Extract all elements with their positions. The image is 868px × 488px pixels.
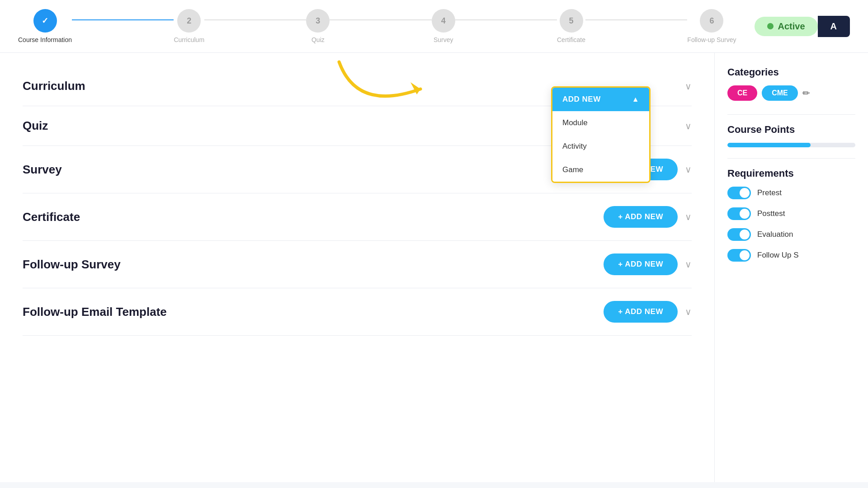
dropdown-open-label: ADD NEW	[562, 95, 601, 104]
curriculum-actions: ADD NEW ▲ Module Activity Game ∨	[678, 81, 692, 92]
requirements-title: Requirements	[727, 168, 855, 179]
step-connector-4	[455, 19, 557, 20]
step-label-4: Survey	[434, 36, 453, 43]
followup-toggle[interactable]	[727, 249, 751, 262]
main-container: Curriculum ADD NEW ▲ Module Activit	[0, 53, 868, 482]
survey-chevron-icon[interactable]: ∨	[685, 164, 692, 175]
requirement-posttest: Posttest	[727, 207, 855, 220]
sidebar-divider-2	[727, 158, 855, 159]
step-connector-5	[585, 19, 687, 20]
active-badge: Active	[755, 17, 818, 36]
requirement-followup: Follow Up S	[727, 249, 855, 262]
step-1[interactable]: ✓ Course Information	[18, 9, 72, 43]
step-4[interactable]: 4 Survey	[432, 9, 455, 43]
posttest-toggle[interactable]	[727, 207, 751, 220]
posttest-label: Posttest	[757, 209, 785, 218]
dropdown-header[interactable]: ADD NEW ▲	[552, 88, 649, 111]
category-tags: CE CME ✏	[727, 85, 855, 101]
followup-label: Follow Up S	[757, 251, 799, 260]
left-content: Curriculum ADD NEW ▲ Module Activit	[0, 53, 714, 482]
right-sidebar: Categories CE CME ✏ Course Points Requir…	[714, 53, 868, 482]
requirements-section: Requirements Pretest Posttest Evaluation…	[727, 168, 855, 262]
step-2[interactable]: 2 Curriculum	[174, 9, 204, 43]
certificate-actions: + ADD NEW ∨	[604, 206, 692, 228]
step-label-1: Course Information	[18, 36, 72, 43]
followup-survey-section: Follow-up Survey + ADD NEW ∨	[23, 241, 692, 288]
evaluation-label: Evaluation	[757, 230, 793, 239]
followup-email-section: Follow-up Email Template + ADD NEW ∨	[23, 288, 692, 336]
points-bar	[727, 143, 811, 147]
evaluation-toggle[interactable]	[727, 228, 751, 241]
followup-survey-add-new-label: + ADD NEW	[618, 260, 663, 269]
followup-email-add-new-label: + ADD NEW	[618, 307, 663, 316]
dropdown-game-item[interactable]: Game	[552, 158, 649, 182]
step-connector-2	[204, 19, 306, 20]
followup-email-chevron-icon[interactable]: ∨	[685, 306, 692, 317]
certificate-section: Certificate + ADD NEW ∨	[23, 193, 692, 241]
followup-survey-actions: + ADD NEW ∨	[604, 253, 692, 275]
step-circle-2: 2	[177, 9, 201, 33]
points-bar-container	[727, 143, 855, 147]
step-circle-4: 4	[432, 9, 455, 33]
pretest-label: Pretest	[757, 188, 782, 197]
active-dot	[767, 23, 774, 29]
step-circle-3: 3	[306, 9, 330, 33]
followup-email-actions: + ADD NEW ∨	[604, 301, 692, 323]
followup-survey-title: Follow-up Survey	[23, 258, 604, 272]
category-ce-tag: CE	[727, 85, 757, 101]
certificate-chevron-icon[interactable]: ∨	[685, 211, 692, 222]
step-6[interactable]: 6 Follow-up Survey	[687, 9, 736, 43]
certificate-title: Certificate	[23, 210, 604, 224]
certificate-add-new-button[interactable]: + ADD NEW	[604, 206, 678, 228]
stepper: ✓ Course Information 2 Curriculum 3 Quiz…	[18, 9, 736, 43]
sidebar-divider-1	[727, 114, 855, 115]
course-points-section: Course Points	[727, 124, 855, 147]
step-connector-1	[72, 19, 174, 20]
step-label-6: Follow-up Survey	[687, 36, 736, 43]
step-label-5: Certificate	[557, 36, 585, 43]
step-circle-1: ✓	[33, 9, 57, 33]
step-5[interactable]: 5 Certificate	[557, 9, 585, 43]
chevron-up-icon: ▲	[632, 95, 639, 103]
quiz-actions: ∨	[685, 121, 692, 131]
pretest-toggle[interactable]	[727, 187, 751, 199]
categories-section: Categories CE CME ✏	[727, 66, 855, 101]
dark-button[interactable]: A	[818, 16, 850, 37]
followup-email-add-new-button[interactable]: + ADD NEW	[604, 301, 678, 323]
header-right: Active A	[755, 16, 850, 37]
quiz-chevron-icon[interactable]: ∨	[685, 121, 692, 131]
category-cme-tag: CME	[762, 85, 798, 101]
step-3[interactable]: 3 Quiz	[306, 9, 330, 43]
step-circle-6: 6	[700, 9, 723, 33]
followup-survey-add-new-button[interactable]: + ADD NEW	[604, 253, 678, 275]
curriculum-chevron-icon[interactable]: ∨	[685, 81, 692, 92]
step-circle-5: 5	[560, 9, 583, 33]
course-points-title: Course Points	[727, 124, 855, 136]
dropdown-module-item[interactable]: Module	[552, 111, 649, 135]
header: ✓ Course Information 2 Curriculum 3 Quiz…	[0, 0, 868, 53]
categories-edit-icon[interactable]: ✏	[802, 88, 810, 99]
curriculum-dropdown-menu: ADD NEW ▲ Module Activity Game	[551, 86, 651, 183]
categories-title: Categories	[727, 66, 855, 78]
requirement-evaluation: Evaluation	[727, 228, 855, 241]
curriculum-section: Curriculum ADD NEW ▲ Module Activit	[23, 66, 692, 106]
certificate-add-new-label: + ADD NEW	[618, 212, 663, 221]
step-connector-3	[330, 19, 431, 20]
step-label-2: Curriculum	[174, 36, 204, 43]
followup-survey-chevron-icon[interactable]: ∨	[685, 259, 692, 270]
survey-title: Survey	[23, 163, 604, 177]
dropdown-activity-item[interactable]: Activity	[552, 135, 649, 158]
followup-email-title: Follow-up Email Template	[23, 305, 604, 319]
requirement-pretest: Pretest	[727, 187, 855, 199]
active-label: Active	[778, 21, 805, 32]
step-label-3: Quiz	[311, 36, 325, 43]
